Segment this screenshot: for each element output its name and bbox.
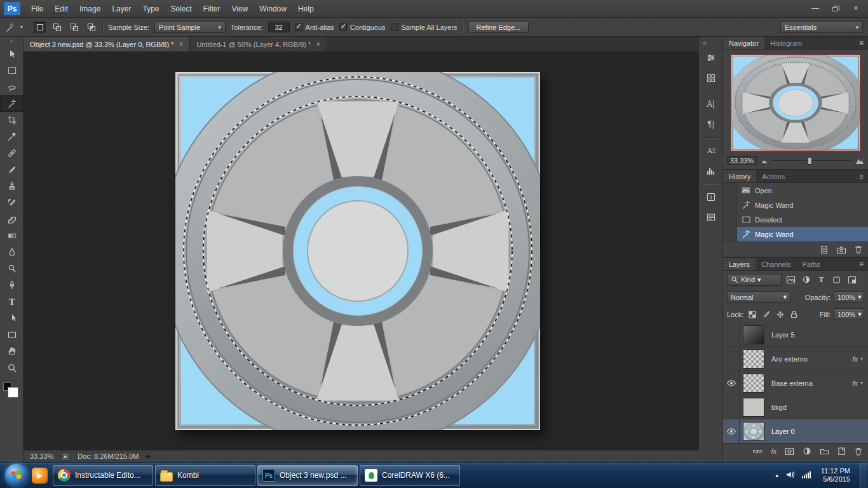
menu-select[interactable]: Select xyxy=(165,0,197,18)
menu-file[interactable]: File xyxy=(25,0,49,18)
lock-transparency-icon[interactable] xyxy=(747,309,757,320)
history-source-well[interactable] xyxy=(723,183,737,198)
sample-size-dropdown[interactable]: Point Sample ▾ xyxy=(154,21,226,33)
dodge-tool[interactable] xyxy=(0,261,24,277)
contiguous-checkbox[interactable]: ✓ Contiguous xyxy=(339,24,386,31)
filter-type-layers-icon[interactable]: T xyxy=(815,274,827,286)
taskbar-button-chrome[interactable]: Instructable Edito... xyxy=(53,465,153,486)
magic-wand-tool[interactable] xyxy=(0,95,24,112)
network-icon[interactable] xyxy=(801,471,811,480)
navigator-zoom-input[interactable]: 33.33% xyxy=(727,156,757,165)
taskbar-button-coreldraw[interactable]: CorelDRAW X6 (6... xyxy=(360,465,460,486)
character-styles-panel-icon[interactable]: A xyxy=(703,142,719,159)
layer-thumbnail[interactable] xyxy=(743,325,764,344)
brush-tool[interactable] xyxy=(0,161,24,178)
refine-edge-button[interactable]: Refine Edge... xyxy=(468,21,529,33)
menu-filter[interactable]: Filter xyxy=(198,0,226,18)
layer-name[interactable]: Base externa xyxy=(771,379,852,387)
filter-pixel-layers-icon[interactable] xyxy=(785,274,797,286)
menu-edit[interactable]: Edit xyxy=(49,0,74,18)
zoom-tool[interactable] xyxy=(0,360,24,376)
new-selection-mode-icon[interactable] xyxy=(34,22,46,33)
filter-adjustment-layers-icon[interactable] xyxy=(800,274,812,286)
move-tool[interactable] xyxy=(0,46,24,62)
visibility-toggle[interactable] xyxy=(723,323,740,346)
layer-fx-badge[interactable]: fx xyxy=(852,379,858,387)
eraser-tool[interactable] xyxy=(0,211,24,227)
visibility-toggle[interactable] xyxy=(723,371,740,395)
minimize-button[interactable]: — xyxy=(806,2,825,15)
rectangular-marquee-tool[interactable] xyxy=(0,62,24,79)
history-state-row[interactable]: Open xyxy=(723,183,868,198)
system-clock[interactable]: 11:12 PM 5/6/2015 xyxy=(821,467,850,484)
visibility-toggle[interactable] xyxy=(723,347,740,370)
history-source-well[interactable] xyxy=(723,198,737,212)
menu-layer[interactable]: Layer xyxy=(106,0,137,18)
history-source-well[interactable] xyxy=(723,227,737,241)
visibility-toggle[interactable] xyxy=(723,419,740,443)
navigator-proxy-preview[interactable] xyxy=(731,55,860,151)
fx-collapse-icon[interactable]: ▾ xyxy=(860,356,863,362)
opacity-dropdown[interactable]: 100% ▾ xyxy=(834,291,864,303)
menu-view[interactable]: View xyxy=(226,0,254,18)
panel-menu-icon[interactable]: ≡ xyxy=(855,258,868,270)
history-state-row-selected[interactable]: Magic Wand xyxy=(723,227,868,241)
tab-history[interactable]: History xyxy=(723,170,756,182)
healing-brush-tool[interactable] xyxy=(0,145,24,161)
navigator-zoom-slider[interactable] xyxy=(771,160,851,162)
history-state-row[interactable]: Deselect xyxy=(723,212,868,227)
new-document-from-state-icon[interactable] xyxy=(819,245,829,254)
filter-smart-objects-icon[interactable] xyxy=(846,274,858,286)
info-panel-icon[interactable] xyxy=(703,189,719,205)
delete-state-icon[interactable] xyxy=(854,245,863,254)
color-swatches[interactable] xyxy=(0,381,24,403)
subtract-selection-mode-icon[interactable] xyxy=(68,22,80,33)
document-tab-active[interactable]: Object 3 new.psd @ 33.3% (Layer 0, RGB/8… xyxy=(24,37,190,51)
layer-name[interactable]: Aro externo xyxy=(771,355,852,363)
fill-dropdown[interactable]: 100% ▾ xyxy=(834,308,864,320)
zoom-in-icon[interactable] xyxy=(855,157,864,165)
layer-row[interactable]: bkgd xyxy=(723,395,868,419)
lasso-tool[interactable] xyxy=(0,79,24,95)
new-layer-icon[interactable] xyxy=(837,447,846,456)
volume-icon[interactable] xyxy=(785,470,796,480)
layer-thumbnail[interactable] xyxy=(743,349,764,369)
document-artwork[interactable] xyxy=(175,72,540,430)
show-desktop-button[interactable] xyxy=(860,463,867,488)
foreground-color-swatch[interactable] xyxy=(8,387,18,398)
tab-histogram[interactable]: Histogram xyxy=(764,37,808,49)
tab-paths[interactable]: Paths xyxy=(797,258,826,270)
workspace-switcher[interactable]: Essentials ▾ xyxy=(780,21,863,33)
adjustment-layer-icon[interactable] xyxy=(803,447,811,456)
lock-all-icon[interactable] xyxy=(789,309,799,320)
blur-tool[interactable] xyxy=(0,244,24,261)
tolerance-input[interactable]: 32 xyxy=(268,22,290,32)
properties-panel-icon[interactable] xyxy=(703,209,719,226)
close-tab-icon[interactable]: × xyxy=(316,40,320,49)
media-player-icon[interactable]: ▶ xyxy=(32,468,48,484)
layer-style-icon[interactable]: fx xyxy=(771,447,776,455)
layer-row[interactable]: Base externa fx ▾ xyxy=(723,371,868,395)
intersect-selection-mode-icon[interactable] xyxy=(85,22,97,33)
tab-channels[interactable]: Channels xyxy=(756,258,796,270)
layer-row[interactable]: Aro externo fx ▾ xyxy=(723,347,868,371)
link-layers-icon[interactable] xyxy=(752,447,763,455)
tab-layers[interactable]: Layers xyxy=(723,258,756,270)
panel-menu-icon[interactable]: ≡ xyxy=(855,170,868,182)
tab-actions[interactable]: Actions xyxy=(756,170,790,182)
character-panel-icon[interactable]: A| xyxy=(703,96,719,112)
histogram-panel-icon[interactable] xyxy=(703,163,719,179)
status-options-icon[interactable]: ▸ xyxy=(61,452,70,461)
clone-stamp-tool[interactable] xyxy=(0,178,24,194)
zoom-out-icon[interactable] xyxy=(761,158,768,164)
layer-mask-icon[interactable] xyxy=(785,447,794,456)
status-arrow-icon[interactable]: ▶ xyxy=(146,453,151,459)
new-group-icon[interactable] xyxy=(820,447,829,455)
layer-thumbnail[interactable] xyxy=(743,374,764,393)
menu-window[interactable]: Window xyxy=(254,0,292,18)
taskbar-button-folder[interactable]: Kombi xyxy=(155,465,255,486)
paragraph-panel-icon[interactable]: ¶| xyxy=(703,116,719,133)
canvas-area[interactable] xyxy=(24,52,699,450)
type-tool[interactable]: T xyxy=(0,294,24,310)
layer-name[interactable]: bkgd xyxy=(771,403,868,411)
